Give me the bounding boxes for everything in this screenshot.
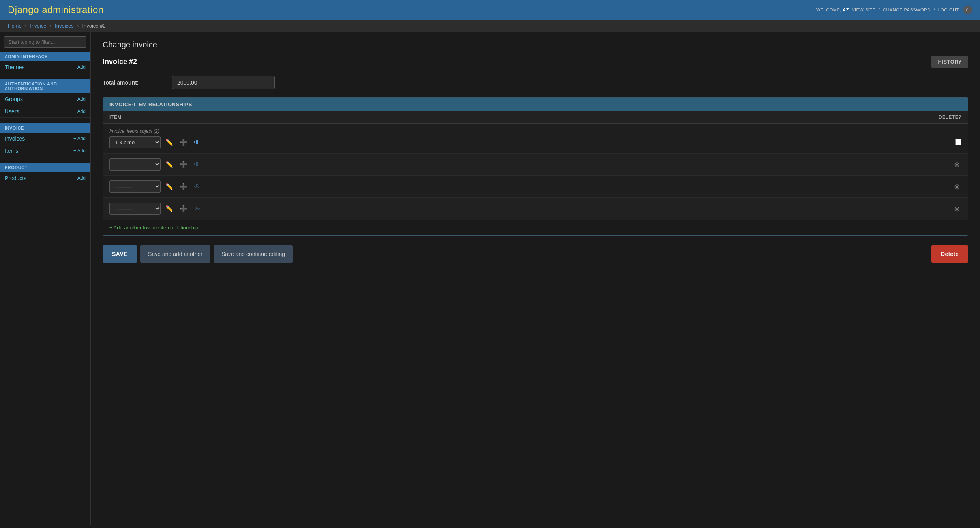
form-total-amount-row: Total amount: [103, 76, 968, 89]
delete-button[interactable]: Delete [931, 245, 968, 263]
sidebar-spacer2 [0, 118, 90, 123]
sidebar-spacer1 [0, 73, 90, 79]
inline-item-select-1[interactable]: ---------- [109, 158, 161, 171]
sidebar-themes-add-link[interactable]: + Add [73, 64, 86, 70]
inline-item-select-2[interactable]: ---------- [109, 180, 161, 193]
remove-row-container-1: ⊗ [952, 160, 961, 170]
page-title: Change invoice [103, 40, 968, 49]
sidebar-item-themes: Themes + Add [0, 61, 90, 73]
breadcrumb: Home › Invoice › Invoices › Invoice #2 [0, 20, 980, 32]
breadcrumb-sep1: › [25, 23, 26, 29]
sidebar-item-invoices: Invoices + Add [0, 133, 90, 145]
breadcrumb-invoices[interactable]: Invoices [55, 23, 74, 29]
sidebar-filter [0, 36, 90, 52]
inline-section-invoice-items: INVOICE-ITEM RELATIONSHIPS ITEM DELETE? … [103, 97, 968, 236]
layout: ADMIN INTERFACE Themes + Add AUTHENTICAT… [0, 32, 980, 525]
inline-row-left: ---------- ✏️ ➕ 👁 [109, 180, 202, 193]
view-icon-1[interactable]: 👁 [192, 160, 202, 169]
add-icon-0[interactable]: ➕ [178, 138, 189, 147]
sidebar-section-auth: AUTHENTICATION AND AUTHORIZATION [0, 79, 90, 93]
sidebar-invoices-link[interactable]: Invoices [5, 135, 25, 142]
action-left-buttons: SAVE Save and add another Save and conti… [103, 245, 293, 263]
add-icon-3[interactable]: ➕ [178, 204, 189, 213]
edit-icon-1[interactable]: ✏️ [164, 160, 175, 169]
view-icon-0[interactable]: 👁 [192, 138, 202, 147]
total-amount-input[interactable] [172, 76, 275, 89]
main-content: Change invoice Invoice #2 HISTORY Total … [91, 32, 980, 525]
breadcrumb-home[interactable]: Home [8, 23, 22, 29]
sidebar-products-link[interactable]: Products [5, 175, 26, 181]
inline-row-left: 1 x bimo ✏️ ➕ 👁 [109, 136, 202, 148]
welcome-text: WELCOME, [816, 8, 841, 12]
inline-row-controls: ---------- ✏️ ➕ 👁 ⊗ [109, 203, 961, 215]
history-button[interactable]: HISTORY [931, 56, 968, 68]
sidebar-groups-link[interactable]: Groups [5, 96, 23, 102]
sidebar-users-add-link[interactable]: + Add [73, 109, 86, 114]
sidebar-groups-add-link[interactable]: + Add [73, 96, 86, 102]
change-password-link[interactable]: CHANGE PASSWORD [883, 8, 931, 12]
action-bar: SAVE Save and add another Save and conti… [103, 245, 968, 263]
remove-row-button-3[interactable]: ⊗ [952, 204, 961, 214]
sidebar-filter-input[interactable] [4, 36, 86, 48]
inline-row-controls: ---------- ✏️ ➕ 👁 ⊗ [109, 180, 961, 193]
username: AZ [843, 8, 849, 12]
site-title: Django administration [8, 4, 104, 15]
inline-section-title: INVOICE-ITEM RELATIONSHIPS [103, 98, 968, 111]
add-another-link[interactable]: + Add another Invoice-item relationship [103, 220, 204, 235]
save-button[interactable]: SAVE [103, 245, 137, 263]
top-header: Django administration WELCOME, AZ. VIEW … [0, 0, 980, 20]
remove-row-container-2: ⊗ [952, 182, 961, 192]
sidebar: ADMIN INTERFACE Themes + Add AUTHENTICAT… [0, 32, 91, 525]
remove-row-container-3: ⊗ [952, 204, 961, 214]
edit-icon-0[interactable]: ✏️ [164, 138, 175, 147]
add-icon-1[interactable]: ➕ [178, 160, 189, 169]
view-icon-3[interactable]: 👁 [192, 205, 202, 213]
sidebar-spacer3 [0, 157, 90, 163]
view-icon-2[interactable]: 👁 [192, 182, 202, 191]
table-row: ---------- ✏️ ➕ 👁 ⊗ [103, 198, 968, 220]
sidebar-item-users: Users + Add [0, 105, 90, 118]
content-header: Invoice #2 HISTORY [103, 56, 968, 68]
save-add-another-button[interactable]: Save and add another [140, 245, 210, 263]
table-row: Invoice_items object (2) 1 x bimo ✏️ ➕ 👁 [103, 124, 968, 154]
edit-icon-3[interactable]: ✏️ [164, 204, 175, 213]
user-tools: WELCOME, AZ. VIEW SITE / CHANGE PASSWORD… [816, 6, 972, 14]
delete-checkbox-container-0 [955, 139, 961, 146]
save-continue-button[interactable]: Save and continue editing [214, 245, 293, 263]
inline-item-select-0[interactable]: 1 x bimo [109, 136, 161, 148]
log-out-link[interactable]: LOG OUT [938, 8, 959, 12]
sidebar-section-admin-interface: ADMIN INTERFACE [0, 52, 90, 61]
separator2: / [934, 8, 937, 12]
sidebar-items-add-link[interactable]: + Add [73, 148, 86, 154]
invoice-label: Invoice #2 [103, 58, 137, 66]
sidebar-section-invoice: INVOICE [0, 123, 90, 133]
separator: / [879, 8, 881, 12]
col-delete-header: DELETE? [939, 115, 961, 120]
inline-item-select-3[interactable]: ---------- [109, 203, 161, 215]
total-amount-label: Total amount: [103, 79, 166, 86]
table-row: ---------- ✏️ ➕ 👁 ⊗ [103, 154, 968, 176]
add-icon-2[interactable]: ➕ [178, 182, 189, 191]
inline-row-sublabel: Invoice_items object (2) [109, 128, 961, 134]
sidebar-item-items: Items + Add [0, 145, 90, 157]
sidebar-invoices-add-link[interactable]: + Add [73, 136, 86, 141]
view-site-link[interactable]: VIEW SITE [852, 8, 875, 12]
inline-row-controls: ---------- ✏️ ➕ 👁 ⊗ [109, 158, 961, 171]
remove-row-button-2[interactable]: ⊗ [952, 182, 961, 192]
sidebar-users-link[interactable]: Users [5, 108, 19, 115]
breadcrumb-sep3: › [77, 23, 79, 29]
col-item-header: ITEM [109, 115, 122, 120]
sidebar-item-groups: Groups + Add [0, 93, 90, 105]
sidebar-themes-link[interactable]: Themes [5, 64, 25, 70]
theme-toggle-button[interactable]: ☾ [963, 6, 972, 14]
delete-checkbox-0[interactable] [955, 139, 961, 145]
edit-icon-2[interactable]: ✏️ [164, 182, 175, 191]
sidebar-products-add-link[interactable]: + Add [73, 175, 86, 181]
sidebar-items-link[interactable]: Items [5, 148, 18, 154]
table-row: ---------- ✏️ ➕ 👁 ⊗ [103, 176, 968, 198]
breadcrumb-invoice[interactable]: Invoice [30, 23, 46, 29]
inline-row-left: ---------- ✏️ ➕ 👁 [109, 158, 202, 171]
inline-row-controls: 1 x bimo ✏️ ➕ 👁 [109, 136, 961, 148]
inline-table-header: ITEM DELETE? [103, 111, 968, 124]
remove-row-button-1[interactable]: ⊗ [952, 160, 961, 170]
